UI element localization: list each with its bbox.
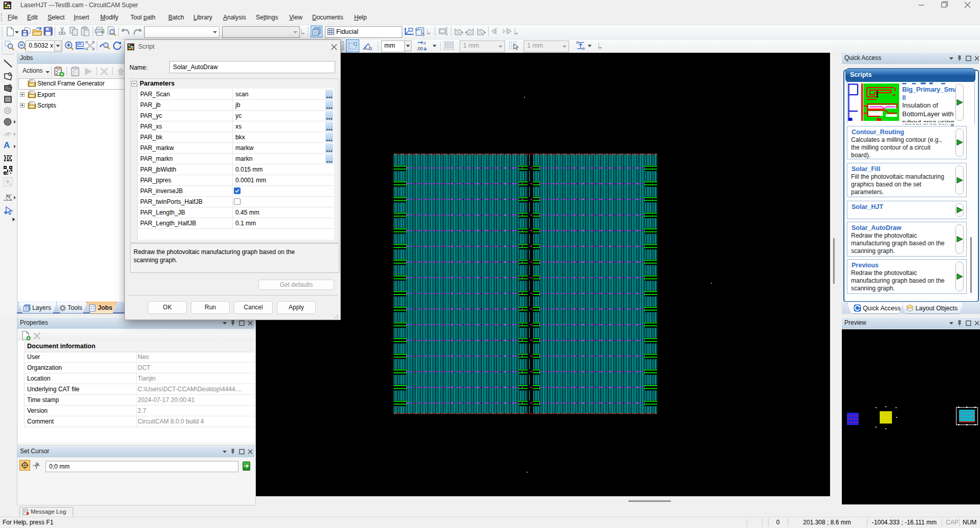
svg-text:45°: 45° [6, 194, 12, 198]
svg-text:0: 0 [424, 41, 426, 46]
svg-text:.00: .00 [417, 46, 423, 51]
